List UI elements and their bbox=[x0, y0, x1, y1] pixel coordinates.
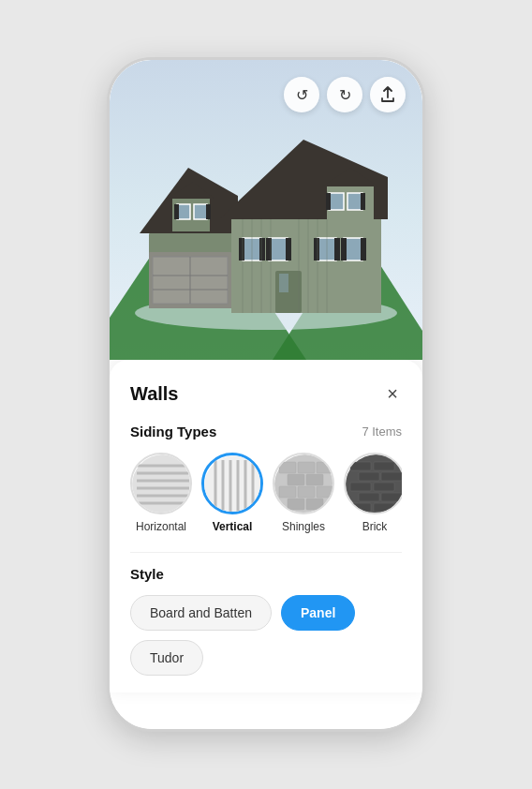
siding-label-brick: Brick bbox=[362, 520, 388, 533]
siding-item-shingles[interactable]: Shingles bbox=[273, 453, 334, 533]
svg-rect-76 bbox=[359, 493, 379, 501]
close-button[interactable]: × bbox=[383, 380, 402, 407]
panel-title: Walls bbox=[130, 383, 179, 405]
svg-rect-61 bbox=[317, 462, 333, 473]
redo-button[interactable]: ↻ bbox=[327, 77, 362, 112]
svg-rect-5 bbox=[177, 204, 190, 219]
svg-rect-22 bbox=[259, 238, 265, 261]
svg-rect-6 bbox=[194, 204, 207, 219]
siding-circle-brick bbox=[344, 453, 402, 514]
svg-rect-66 bbox=[317, 486, 333, 498]
svg-point-44 bbox=[132, 454, 192, 514]
svg-rect-14 bbox=[347, 193, 362, 210]
svg-rect-26 bbox=[334, 238, 340, 261]
siding-label-vertical: Vertical bbox=[213, 520, 253, 533]
undo-button[interactable]: ↺ bbox=[284, 77, 319, 112]
siding-circle-horizontal bbox=[130, 453, 192, 514]
svg-rect-78 bbox=[350, 503, 371, 512]
svg-rect-73 bbox=[381, 472, 402, 481]
siding-section-header: Siding Types 7 Items bbox=[130, 424, 402, 439]
svg-point-51 bbox=[204, 455, 263, 514]
house-view-area: ↺ ↻ bbox=[110, 60, 422, 360]
style-section-header: Style bbox=[130, 566, 402, 582]
svg-rect-64 bbox=[279, 486, 296, 498]
siding-count-badge: 7 Items bbox=[362, 424, 402, 439]
svg-rect-16 bbox=[361, 193, 365, 210]
siding-circle-vertical bbox=[201, 453, 263, 514]
share-button[interactable] bbox=[370, 77, 406, 112]
svg-rect-77 bbox=[381, 493, 402, 501]
siding-item-brick[interactable]: Brick bbox=[344, 453, 402, 533]
phone-frame: ↺ ↻ Walls × Siding Types 7 Items bbox=[107, 57, 425, 732]
svg-rect-62 bbox=[288, 474, 304, 485]
svg-rect-71 bbox=[374, 462, 394, 470]
style-btn-panel[interactable]: Panel bbox=[281, 595, 355, 631]
svg-rect-60 bbox=[298, 462, 315, 473]
svg-rect-21 bbox=[239, 238, 244, 261]
svg-rect-35 bbox=[279, 274, 288, 292]
svg-rect-15 bbox=[326, 193, 331, 210]
svg-rect-13 bbox=[329, 193, 344, 210]
svg-rect-75 bbox=[374, 483, 394, 491]
siding-circle-shingles bbox=[273, 453, 334, 514]
style-btn-board-and-batten[interactable]: Board and Batten bbox=[130, 595, 272, 631]
svg-rect-24 bbox=[286, 238, 291, 261]
svg-rect-79 bbox=[374, 503, 394, 512]
svg-rect-7 bbox=[174, 204, 179, 219]
phone-screen: ↺ ↻ Walls × Siding Types 7 Items bbox=[110, 60, 422, 729]
panel-header: Walls × bbox=[130, 380, 402, 407]
svg-rect-70 bbox=[350, 462, 371, 470]
svg-rect-25 bbox=[314, 238, 319, 261]
siding-section-title: Siding Types bbox=[130, 424, 216, 439]
svg-rect-9 bbox=[231, 219, 381, 313]
svg-rect-72 bbox=[359, 472, 379, 481]
siding-item-horizontal[interactable]: Horizontal bbox=[130, 453, 192, 533]
siding-label-horizontal: Horizontal bbox=[136, 520, 186, 533]
svg-rect-8 bbox=[206, 204, 211, 219]
bottom-panel: Walls × Siding Types 7 Items bbox=[110, 360, 422, 692]
toolbar-buttons: ↺ ↻ bbox=[284, 77, 406, 112]
siding-item-vertical[interactable]: Vertical bbox=[201, 453, 263, 533]
style-section-title: Style bbox=[130, 566, 164, 582]
svg-rect-28 bbox=[361, 238, 366, 261]
divider bbox=[130, 552, 402, 553]
svg-rect-68 bbox=[306, 499, 323, 510]
svg-rect-74 bbox=[350, 483, 371, 491]
svg-rect-63 bbox=[306, 474, 323, 485]
siding-types-row: Horizontal bbox=[130, 453, 402, 539]
style-buttons-row: Board and Batten Panel Tudor bbox=[130, 595, 402, 676]
svg-rect-67 bbox=[288, 499, 304, 510]
svg-rect-59 bbox=[279, 462, 296, 473]
svg-rect-65 bbox=[298, 486, 315, 498]
siding-label-shingles: Shingles bbox=[282, 520, 325, 533]
style-btn-tudor[interactable]: Tudor bbox=[130, 640, 203, 676]
svg-rect-27 bbox=[341, 238, 347, 261]
